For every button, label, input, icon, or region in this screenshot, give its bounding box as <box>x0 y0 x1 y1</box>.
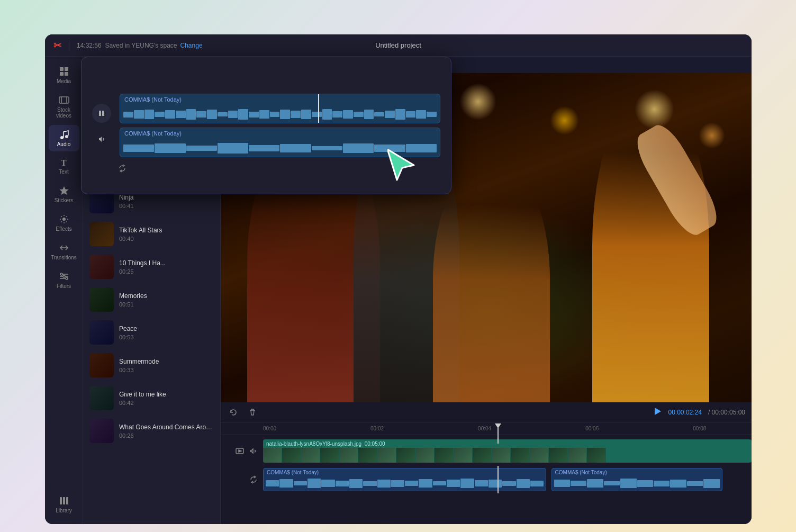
film-icon <box>59 95 69 105</box>
song-info: Peace 00:53 <box>119 325 214 340</box>
sidebar-item-effects[interactable]: Effects <box>49 210 79 236</box>
wave-bar <box>517 479 530 488</box>
wave-bar <box>433 481 446 485</box>
wave-bar <box>228 111 238 118</box>
video-thumb-tile <box>339 448 358 463</box>
sidebar-item-stock[interactable]: Stockvideos <box>49 91 79 123</box>
wave-bar <box>280 144 311 153</box>
cursor-arrow <box>387 149 419 183</box>
video-clip-label: natalia-blauth-lysnA8OxYl8-unsplash.jpg … <box>266 441 385 447</box>
popup-clip-1[interactable]: COMMA$ (Not Today) <box>120 94 440 123</box>
song-info: TikTok All Stars 00:40 <box>119 227 214 242</box>
wave-bar <box>123 145 154 152</box>
popup-clip-1-label: COMMA$ (Not Today) <box>120 94 440 105</box>
wave-bar <box>294 481 307 485</box>
loop-refresh-btn[interactable] <box>117 164 127 175</box>
list-item[interactable]: Peace 00:53 <box>83 316 220 349</box>
wave-bar <box>155 112 165 117</box>
svg-rect-1 <box>65 67 68 71</box>
popup-tracks: COMMA$ (Not Today) <box>120 94 440 157</box>
wave-bar <box>312 146 342 151</box>
timeline-ruler: 00:00 00:02 00:04 00:06 00:08 <box>221 422 752 435</box>
song-duration: 00:33 <box>119 367 214 373</box>
list-item[interactable]: Summermode 00:33 <box>83 349 220 382</box>
change-button[interactable]: Change <box>180 42 203 49</box>
sidebar-item-audio[interactable]: Audio <box>49 125 79 151</box>
divider <box>69 40 69 51</box>
wave-bar <box>332 111 342 118</box>
video-thumb-tile <box>511 448 530 463</box>
ruler-mark-2: 00:04 <box>478 426 491 431</box>
song-duration: 00:26 <box>119 432 214 439</box>
audio-clip-1[interactable]: COMMA$ (Not Today) <box>263 468 546 491</box>
song-duration: 00:40 <box>119 236 214 242</box>
list-item[interactable]: 10 Things I Ha... 00:25 <box>83 250 220 283</box>
video-thumb-tile <box>320 448 339 463</box>
wave-bar <box>144 110 155 120</box>
sidebar-label-stock: Stockvideos <box>56 107 71 119</box>
wave-bar <box>391 480 404 487</box>
audio-clip-2[interactable]: COMMA$ (Not Today) <box>551 468 722 491</box>
sidebar-item-library[interactable]: Library <box>49 491 79 518</box>
list-item[interactable]: TikTok All Stars 00:40 <box>83 218 220 250</box>
wave-bar <box>604 481 620 485</box>
wave-bar <box>364 110 374 119</box>
wave-bar <box>312 112 322 118</box>
delete-button[interactable] <box>246 406 259 419</box>
play-button[interactable] <box>653 407 662 418</box>
timeline-toolbar: 00:00:02:24 / 00:00:05:00 <box>221 402 752 422</box>
wave-bar <box>270 112 280 116</box>
popup-volume-button[interactable] <box>94 131 110 147</box>
svg-rect-3 <box>65 72 68 76</box>
popup-play-button[interactable] <box>92 104 111 123</box>
wave-bar <box>207 110 217 119</box>
video-track-icon[interactable] <box>234 446 245 456</box>
sidebar-item-filters[interactable]: Filters <box>49 267 79 293</box>
song-thumbnail <box>89 287 114 312</box>
wave-bar <box>322 109 332 120</box>
loop-btn[interactable] <box>248 474 259 485</box>
sidebar-item-stickers[interactable]: Stickers <box>49 181 79 208</box>
svg-rect-23 <box>66 497 68 504</box>
wave-bar <box>654 481 670 486</box>
song-thumbnail <box>89 255 114 279</box>
sidebar-item-transitions[interactable]: Transitions <box>49 238 79 265</box>
audio-track-content: COMMA$ (Not Today) <box>263 466 752 493</box>
wave-bar <box>218 112 228 117</box>
sidebar-item-media[interactable]: Media <box>49 62 79 88</box>
wave-bar <box>502 481 515 486</box>
wave-bar <box>186 109 196 120</box>
wave-bar <box>554 480 570 487</box>
undo-button[interactable] <box>227 406 240 419</box>
song-thumbnail <box>89 419 114 443</box>
song-name: Ninja <box>119 194 214 201</box>
transitions-icon <box>59 242 69 253</box>
list-item[interactable]: What Goes Around Comes Around 00:26 <box>83 414 220 447</box>
video-thumb-tile <box>415 448 435 463</box>
sticker-icon <box>59 185 69 196</box>
video-thumb-tile <box>492 448 511 463</box>
wave-bar <box>587 479 603 488</box>
effects-icon <box>59 214 69 224</box>
popup-panel: COMMA$ (Not Today) <box>81 57 451 194</box>
top-bar: ✂ 14:32:56 Saved in YEUNG's space Change… <box>45 34 752 57</box>
wave-bar <box>637 480 653 487</box>
list-item[interactable]: Memories 00:51 <box>83 283 220 316</box>
wave-bar <box>670 480 686 488</box>
sidebar-item-text[interactable]: T Text <box>49 154 79 179</box>
svg-marker-26 <box>655 408 661 415</box>
wave-bar <box>460 479 474 488</box>
video-thumb-tile <box>377 448 396 463</box>
svg-rect-30 <box>102 111 104 116</box>
video-thumb-tile <box>568 448 587 463</box>
timeline-area: 00:00:02:24 / 00:00:05:00 00:00 00:02 00… <box>221 402 752 524</box>
list-item[interactable]: Give it to me like 00:42 <box>83 382 220 414</box>
wave-bar <box>123 112 133 118</box>
wave-bar <box>530 481 544 486</box>
audio-toggle-btn[interactable] <box>248 446 259 456</box>
song-name: Give it to me like <box>119 391 214 398</box>
audio-clip-label-2: COMMA$ (Not Today) <box>552 468 722 476</box>
song-duration: 00:51 <box>119 301 214 308</box>
video-clip[interactable]: natalia-blauth-lysnA8OxYl8-unsplash.jpg … <box>263 439 752 463</box>
wave-bar <box>280 110 290 120</box>
